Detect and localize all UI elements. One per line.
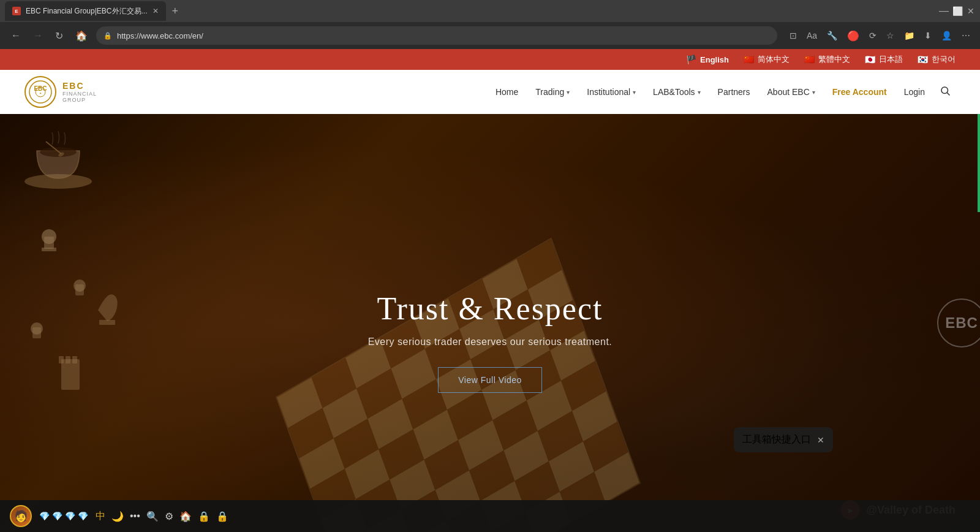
lang-english[interactable]: 🏴 English	[686, 55, 729, 64]
flag-kr: 🇰🇷	[918, 55, 928, 64]
logo-sub2: GROUP	[62, 97, 97, 103]
nav-login[interactable]: Login	[897, 82, 932, 102]
nav-institutional[interactable]: Institutional ▾	[579, 82, 643, 102]
home-button[interactable]: 🏠	[72, 28, 91, 44]
nav-trading[interactable]: Trading ▾	[528, 82, 577, 102]
address-bar-container: ← → ↻ 🏠 🔒 https://www.ebc.com/en/ ⊡ Aa 🔧…	[0, 22, 980, 49]
more-options-icon[interactable]: ⋯	[959, 29, 973, 42]
green-accent-bar	[978, 114, 980, 212]
lang-japanese[interactable]: 🇯🇵 日本語	[865, 54, 903, 65]
svg-rect-21	[72, 356, 77, 363]
svg-rect-14	[75, 284, 84, 295]
popup-widget: 工具箱快捷入口 ✕	[734, 427, 833, 452]
nav-menu: Home Trading ▾ Institutional ▾ LAB&Tools…	[488, 82, 956, 102]
svg-rect-16	[32, 327, 41, 338]
browser-actions: ⊡ Aa 🔧 🔴 ⟳ ☆ 📁 ⬇ 👤 ⋯	[787, 29, 973, 43]
lab-chevron-icon: ▾	[698, 89, 701, 96]
gem-4: 💎	[78, 511, 88, 521]
refresh-icon[interactable]: ⟳	[867, 29, 879, 42]
nav-home-label: Home	[496, 87, 518, 97]
reader-mode-icon[interactable]: ⊡	[787, 29, 799, 42]
lang-korean[interactable]: 🇰🇷 한국어	[918, 54, 956, 65]
lang-simplified-chinese[interactable]: 🇨🇳 简体中文	[744, 54, 790, 65]
nav-lab-tools[interactable]: LAB&Tools ▾	[646, 82, 707, 102]
ebc-watermark-text: EBC	[945, 314, 978, 332]
extensions-icon[interactable]: 🔧	[824, 29, 840, 42]
maximize-button[interactable]: ⬜	[953, 7, 962, 15]
nav-institutional-label: Institutional	[587, 87, 630, 97]
nav-free-account-label: Free Account	[832, 87, 887, 97]
trading-chevron-icon: ▾	[567, 89, 570, 96]
favorites-icon[interactable]: ☆	[884, 29, 897, 42]
navbar: EBC ✦ EBC FINANCIAL GROUP Home Trading ▾…	[0, 70, 980, 114]
back-button[interactable]: ←	[7, 28, 24, 44]
flag-jp: 🇯🇵	[865, 55, 875, 64]
downloads-icon[interactable]: ⬇	[922, 29, 934, 42]
gem-icons: 💎 💎 💎 💎	[39, 511, 88, 521]
nav-home[interactable]: Home	[488, 82, 526, 102]
hero-title: Trust & Respect	[368, 291, 612, 327]
active-tab[interactable]: E EBC Financial Group|EBC外汇交易... ✕	[5, 1, 166, 21]
lock-icon-2[interactable]: 🔒	[216, 511, 228, 522]
svg-text:✦: ✦	[39, 91, 42, 95]
dots-icon[interactable]: •••	[130, 511, 140, 522]
flag-cn2: 🇨🇳	[804, 55, 815, 64]
svg-line-5	[947, 93, 949, 95]
collections-icon[interactable]: 📁	[902, 29, 917, 42]
chinese-char-icon[interactable]: 中	[96, 510, 105, 523]
flag-english: 🏴	[686, 55, 696, 64]
address-bar[interactable]: 🔒 https://www.ebc.com/en/	[96, 26, 777, 45]
gear-icon[interactable]: ⚙	[165, 511, 173, 522]
tab-favicon: E	[12, 7, 21, 15]
moon-icon[interactable]: 🌙	[111, 511, 124, 522]
svg-rect-18	[61, 359, 80, 390]
logo-text: EBC FINANCIAL GROUP	[62, 81, 97, 103]
nav-partners-label: Partners	[718, 87, 750, 97]
logo-circle: EBC ✦	[24, 76, 56, 108]
translate-icon[interactable]: Aa	[804, 29, 820, 42]
site-logo[interactable]: EBC ✦ EBC FINANCIAL GROUP	[24, 76, 97, 108]
svg-rect-19	[59, 356, 64, 363]
nav-trading-label: Trading	[535, 87, 564, 97]
nav-login-label: Login	[904, 87, 925, 97]
logo-main: EBC	[62, 81, 97, 91]
close-button[interactable]: ✕	[967, 7, 975, 15]
reload-button[interactable]: ↻	[51, 28, 67, 44]
gem-1: 💎	[39, 511, 50, 521]
nav-free-account[interactable]: Free Account	[825, 82, 894, 102]
lang-korean-label: 한국어	[932, 54, 956, 65]
lang-english-label: English	[700, 55, 729, 64]
flag-cn1: 🇨🇳	[744, 55, 754, 64]
logo-sub: FINANCIAL	[62, 91, 97, 97]
minimize-button[interactable]: —	[940, 7, 948, 15]
lang-simplified-label: 简体中文	[758, 54, 790, 65]
lang-japanese-label: 日本語	[879, 54, 903, 65]
tab-bar: E EBC Financial Group|EBC外汇交易... ✕ + — ⬜…	[0, 0, 980, 22]
lang-traditional-chinese[interactable]: 🇨🇳 繁體中文	[804, 54, 850, 65]
svg-point-4	[941, 87, 948, 94]
nav-lab-label: LAB&Tools	[653, 87, 695, 97]
nav-partners[interactable]: Partners	[710, 82, 758, 102]
popup-close-button[interactable]: ✕	[817, 435, 824, 445]
profile-icon[interactable]: 🔴	[845, 29, 862, 43]
lang-traditional-label: 繁體中文	[818, 54, 850, 65]
home-icon[interactable]: 🏠	[179, 511, 192, 522]
nav-about-ebc[interactable]: About EBC ▾	[760, 82, 823, 102]
lock-icon-1[interactable]: 🔒	[198, 511, 210, 522]
hero-section: EBC Trust & Respect Every serious trader…	[0, 114, 980, 532]
bottom-toolbar: 🧑 💎 💎 💎 💎 中 🌙 ••• 🔍 ⚙ 🏠 🔒 🔒	[0, 500, 980, 532]
view-full-video-button[interactable]: View Full Video	[438, 367, 541, 393]
ebc-watermark: EBC	[937, 298, 980, 348]
new-tab-button[interactable]: +	[168, 5, 183, 18]
gem-3: 💎	[65, 511, 75, 521]
popup-text: 工具箱快捷入口	[742, 433, 811, 446]
language-bar: 🏴 English 🇨🇳 简体中文 🇨🇳 繁體中文 🇯🇵 日本語 🇰🇷 한국어	[0, 49, 980, 70]
nav-about-label: About EBC	[767, 87, 810, 97]
search-button[interactable]	[935, 83, 956, 101]
user-avatar[interactable]: 🧑	[10, 505, 32, 527]
forward-button[interactable]: →	[29, 28, 47, 44]
toolbar-search-icon[interactable]: 🔍	[146, 511, 159, 522]
svg-rect-12	[42, 248, 56, 251]
tab-close-button[interactable]: ✕	[153, 7, 159, 15]
user-account-icon[interactable]: 👤	[939, 29, 954, 42]
